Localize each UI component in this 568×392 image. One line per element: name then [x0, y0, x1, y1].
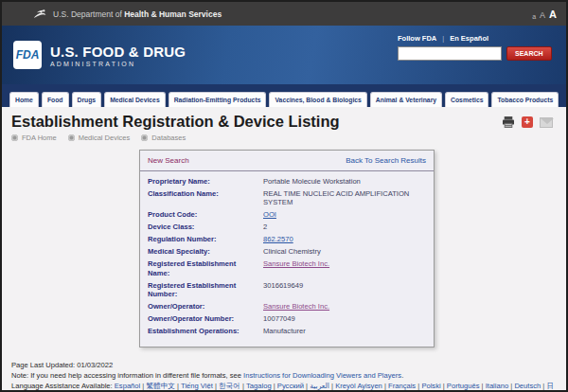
email-icon[interactable] [540, 117, 553, 128]
breadcrumb-bullet-icon [68, 134, 75, 141]
breadcrumb: FDA Home Medical Devices Databases [11, 134, 557, 142]
language-link-korean[interactable]: 한국어 [219, 382, 246, 390]
language-assistance-line: Language Assistance Available: Español 繁… [11, 382, 557, 392]
field-label: Owner/Operator: [148, 302, 263, 311]
field-label: Medical Specialty: [148, 247, 263, 256]
fda-window: U.S. Department of Health & Human Servic… [0, 0, 568, 392]
panel-header: New Search Back To Search Results [140, 151, 434, 171]
table-row: Registered Establishment Name: Sansure B… [148, 259, 426, 277]
table-row: Owner/Operator: Sansure Biotech Inc. [148, 302, 426, 311]
fda-header: FDA U.S. FOOD & DRUG ADMINISTRATION Foll… [2, 26, 566, 84]
nav-tab-medical-devices[interactable]: Medical Devices [104, 92, 166, 107]
proprietary-name-value: Portable Molecule Workstation [263, 177, 361, 186]
nav-tab-vaccines[interactable]: Vaccines, Blood & Biologics [269, 92, 366, 107]
fda-wordmark: U.S. FOOD & DRUG ADMINISTRATION [50, 44, 186, 67]
breadcrumb-fda-home[interactable]: FDA Home [11, 134, 57, 142]
breadcrumb-medical-devices[interactable]: Medical Devices [68, 134, 131, 142]
print-icon[interactable] [502, 116, 515, 128]
dept-bold: Health & Human Services [124, 9, 222, 19]
back-to-search-results-link[interactable]: Back To Search Results [346, 156, 426, 165]
language-link-chinese[interactable]: 繁體中文 [146, 382, 181, 390]
registered-establishment-name-link[interactable]: Sansure Biotech Inc. [263, 259, 329, 277]
establishment-operations-value: Manufacturer [263, 327, 306, 335]
language-link-italian[interactable]: Italiano [486, 382, 515, 390]
nav-tab-drugs[interactable]: Drugs [72, 92, 102, 107]
breadcrumb-label: Medical Devices [79, 134, 131, 142]
main-content: Establishment Registration & Device List… [2, 107, 566, 392]
header-links: Follow FDA | En Español [398, 34, 549, 43]
note-line: Note: If you need help accessing informa… [11, 371, 557, 381]
language-link-polish[interactable]: Polski [421, 382, 446, 390]
device-record-panel: New Search Back To Search Results Propri… [139, 150, 435, 347]
nav-tab-food[interactable]: Food [42, 92, 69, 107]
note-suffix: . [401, 371, 403, 380]
language-link-kreyol[interactable]: Kreyòl Ayisyen [335, 382, 388, 390]
field-label: Regulation Number: [148, 235, 263, 243]
font-size-large-button[interactable]: A [549, 9, 557, 20]
page-notes: Page Last Updated: 01/03/2022 Note: If y… [11, 361, 557, 392]
record-fields: Proprietary Name: Portable Molecule Work… [140, 171, 434, 347]
government-topbar: U.S. Department of Health & Human Servic… [2, 2, 566, 26]
field-label: Registered Establishment Number: [148, 281, 263, 299]
fda-title-line1: U.S. FOOD & DRUG [50, 44, 186, 60]
table-row: Product Code: OOI [148, 210, 426, 219]
table-row: Proprietary Name: Portable Molecule Work… [148, 177, 426, 186]
language-link-german[interactable]: Deutsch [514, 382, 546, 390]
nav-tab-radiation[interactable]: Radiation-Emitting Products [169, 92, 267, 107]
font-size-medium-button[interactable]: A [540, 10, 545, 20]
share-icon[interactable]: + [522, 116, 533, 128]
table-row: Medical Specialty: Clinical Chemistry [148, 247, 426, 256]
breadcrumb-label: FDA Home [22, 134, 57, 142]
registered-establishment-number-value: 3016619649 [263, 281, 303, 299]
viewers-players-link[interactable]: Instructions for Downloading Viewers and… [243, 371, 401, 380]
regulation-number-link[interactable]: 862.2570 [263, 235, 293, 243]
language-link-french[interactable]: Français [388, 382, 421, 390]
font-size-controls: a A A [532, 9, 557, 20]
fda-title-line2: ADMINISTRATION [50, 61, 186, 67]
primary-nav: Home Food Drugs Medical Devices Radiatio… [2, 84, 566, 107]
nav-tab-home[interactable]: Home [9, 92, 39, 107]
header-right: Follow FDA | En Español SEARCH [398, 34, 549, 61]
new-search-link[interactable]: New Search [148, 156, 189, 165]
table-row: Owner/Operator Number: 10077049 [148, 314, 426, 323]
en-espanol-link[interactable]: En Español [450, 34, 488, 43]
breadcrumb-databases[interactable]: Databases [141, 134, 186, 142]
table-row: Establishment Operations: Manufacturer [148, 327, 426, 335]
breadcrumb-bullet-icon [11, 134, 18, 141]
language-link-russian[interactable]: Русский [277, 382, 310, 390]
font-size-small-button[interactable]: a [532, 13, 536, 20]
page-title: Establishment Registration & Device List… [11, 113, 557, 131]
field-label: Establishment Operations: [148, 327, 263, 335]
owner-operator-link[interactable]: Sansure Biotech Inc. [263, 302, 329, 311]
language-link-arabic[interactable]: العربية [310, 382, 335, 390]
search-area: SEARCH [398, 46, 549, 61]
breadcrumb-label: Databases [151, 134, 186, 142]
dept-prefix: U.S. Department of [53, 9, 122, 19]
nav-tab-tobacco[interactable]: Tobacco Products [491, 92, 559, 107]
field-label: Device Class: [148, 223, 263, 231]
table-row: Registered Establishment Number: 3016619… [148, 281, 426, 299]
nav-tab-cosmetics[interactable]: Cosmetics [445, 92, 488, 107]
nav-tab-animal[interactable]: Animal & Veterinary [370, 92, 442, 107]
table-row: Device Class: 2 [148, 223, 426, 231]
medical-specialty-value: Clinical Chemistry [263, 247, 321, 256]
field-label: Product Code: [148, 210, 263, 219]
last-updated-text: Page Last Updated: 01/03/2022 [11, 361, 557, 370]
header-link-separator: | [442, 34, 444, 43]
follow-fda-link[interactable]: Follow FDA [398, 34, 436, 43]
language-link-tagalog[interactable]: Tagalog [246, 382, 277, 390]
fda-logo[interactable]: FDA [13, 41, 42, 69]
hhs-eagle-icon [32, 8, 47, 21]
field-label: Registered Establishment Name: [148, 259, 263, 277]
language-link-portuguese[interactable]: Português [447, 382, 486, 390]
table-row: Classification Name: REAL TIME NUCLEIC A… [148, 189, 426, 207]
field-label: Owner/Operator Number: [148, 314, 263, 323]
search-input[interactable] [398, 46, 502, 61]
search-button[interactable]: SEARCH [506, 46, 552, 61]
device-class-value: 2 [263, 223, 267, 231]
field-label: Proprietary Name: [148, 177, 263, 186]
product-code-link[interactable]: OOI [263, 210, 276, 219]
language-label: Language Assistance Available: [11, 382, 115, 390]
language-link-vietnamese[interactable]: Tiếng Việt [181, 382, 219, 390]
language-link-espanol[interactable]: Español [115, 382, 147, 390]
